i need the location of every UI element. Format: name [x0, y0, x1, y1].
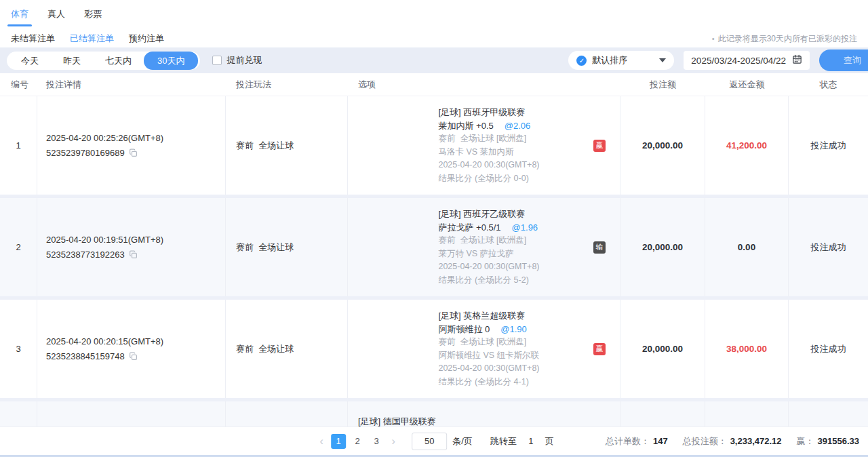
total-win: 赢： 391556.33: [797, 435, 859, 448]
odds-value: @1.96: [512, 221, 538, 235]
league-name: [足球] 德国甲级联赛: [358, 415, 436, 426]
per-page-label: 条/页: [452, 435, 473, 448]
bet-type-cell: [226, 401, 348, 426]
filter-right-cluster: ✓ 默认排序 2025/03/24-2025/04/22 查询: [568, 49, 868, 71]
page-button-2[interactable]: 2: [350, 434, 365, 449]
option-lines: [足球] 德国甲级联赛: [358, 415, 436, 426]
option-cell: [足球] 西班牙乙级联赛 萨拉戈萨 +0.5/1 @1.96 赛前 全场让球 […: [348, 198, 620, 296]
bet-id-line: 5235238773192263: [46, 250, 225, 260]
row-number-cell: 3: [0, 300, 37, 398]
header-bet-detail: 投注详情: [37, 79, 226, 91]
match-time: 2025-04-20 00:30(GMT+8): [438, 159, 539, 172]
sort-dropdown[interactable]: ✓ 默认排序: [568, 51, 674, 70]
page-button-3[interactable]: 3: [369, 434, 384, 449]
page-size-input[interactable]: [412, 433, 447, 450]
copy-icon[interactable]: [129, 148, 138, 157]
row-number: 3: [16, 344, 20, 354]
total-count-label: 总计单数：: [606, 435, 650, 448]
bet-type: 赛前 全场让球: [236, 241, 347, 254]
date-range-picker[interactable]: 2025/03/24-2025/04/22: [684, 51, 810, 70]
records-note: • 此记录将显示30天内所有已派彩的投注: [712, 33, 859, 45]
selection: 阿斯顿维拉 0: [438, 323, 490, 336]
option-cell: [足球] 西班牙甲级联赛 莱加内斯 +0.5 @2.06 赛前 全场让球 [欧洲…: [348, 96, 620, 195]
sort-selected-label: 默认排序: [592, 54, 627, 66]
page-button-1[interactable]: 1: [331, 434, 346, 449]
match-time: 2025-04-20 00:30(GMT+8): [438, 260, 539, 274]
range-yesterday[interactable]: 昨天: [51, 52, 93, 70]
prev-page-icon[interactable]: ‹: [314, 435, 329, 448]
table-row: [足球] 德国甲级联赛: [0, 401, 868, 426]
tab-settled-bets[interactable]: 已结算注单: [70, 33, 114, 45]
total-count: 总计单数： 147: [606, 435, 668, 448]
row-number-cell: [0, 401, 37, 426]
league-name: [足球] 英格兰超级联赛: [438, 309, 539, 323]
bet-time: 2025-04-20 00:19:51(GMT+8): [46, 235, 225, 245]
selection: 莱加内斯 +0.5: [438, 119, 493, 133]
tab-sports[interactable]: 体育: [9, 8, 30, 26]
table-row: 1 2025-04-20 00:25:26(GMT+8) 52352397801…: [0, 96, 868, 195]
date-range-quick-group: 今天 昨天 七天内 30天内: [7, 52, 200, 70]
bet-id-line: 5235238845159748: [46, 351, 225, 361]
match-time: 2025-04-20 00:30(GMT+8): [438, 362, 539, 376]
row-number-cell: 1: [0, 96, 37, 195]
bet-time: 2025-04-20 00:20:15(GMT+8): [46, 336, 225, 346]
stake-cell: [620, 401, 705, 426]
total-win-label: 赢：: [797, 435, 814, 448]
table-row: 2 2025-04-20 00:19:51(GMT+8) 52352387731…: [0, 198, 868, 296]
cashout-checkbox[interactable]: [212, 56, 222, 65]
header-option: 选项: [348, 79, 620, 91]
range-30-days[interactable]: 30天内: [144, 52, 198, 70]
payout-cell: 38,000.00: [705, 300, 789, 398]
market-mode: 赛前 全场让球 [欧洲盘]: [438, 234, 539, 247]
stake-amount: 20,000.00: [642, 242, 683, 252]
bet-detail-cell: 2025-04-20 00:25:26(GMT+8) 5235239780169…: [37, 96, 226, 195]
odds-value: @1.90: [500, 323, 527, 336]
status-cell: 投注成功: [789, 300, 868, 398]
row-number-cell: 2: [0, 198, 37, 296]
jump-to-label: 跳转至: [490, 435, 517, 448]
header-no: 编号: [0, 79, 37, 91]
option-cell: [足球] 英格兰超级联赛 阿斯顿维拉 0 @1.90 赛前 全场让球 [欧洲盘]…: [348, 300, 620, 398]
stake-cell: 20,000.00: [620, 96, 705, 195]
tab-unsettled-bets[interactable]: 未结算注单: [11, 33, 55, 45]
range-7-days[interactable]: 七天内: [93, 52, 144, 70]
result-score: 结果比分 (全场比分 0-0): [438, 172, 539, 186]
table-row: 3 2025-04-20 00:20:15(GMT+8) 52352388451…: [0, 300, 868, 398]
selection: 萨拉戈萨 +0.5/1: [438, 221, 500, 235]
bet-type: 赛前 全场让球: [236, 140, 347, 152]
option-lines: [足球] 西班牙甲级联赛 莱加内斯 +0.5 @2.06 赛前 全场让球 [欧洲…: [438, 106, 539, 185]
league-name: [足球] 西班牙乙级联赛: [438, 207, 539, 221]
total-stake-value: 3,233,472.12: [730, 436, 782, 446]
market-mode: 赛前 全场让球 [欧洲盘]: [438, 132, 539, 146]
header-status: 状态: [789, 79, 868, 91]
selection-line: 阿斯顿维拉 0 @1.90: [438, 323, 539, 336]
header-bet-type: 投注玩法: [226, 79, 348, 91]
tab-lottery[interactable]: 彩票: [83, 8, 103, 26]
odds-value: @2.06: [505, 119, 531, 133]
status-text: 投注成功: [811, 343, 846, 355]
match-teams: 马洛卡 VS 莱加内斯: [438, 146, 539, 159]
next-page-icon[interactable]: ›: [386, 435, 401, 448]
tab-reserved-bets[interactable]: 预约注单: [129, 33, 164, 45]
bet-id-line: 5235239780169689: [46, 148, 225, 158]
main-tabs: 体育 真人 彩票: [9, 0, 859, 26]
copy-icon[interactable]: [129, 352, 138, 361]
payout-cell: [705, 401, 789, 426]
tab-live[interactable]: 真人: [46, 8, 66, 26]
option-cell: [足球] 德国甲级联赛: [348, 401, 620, 426]
payout-amount: 0.00: [738, 242, 755, 252]
bet-type: 赛前 全场让球: [236, 343, 347, 355]
total-stake: 总投注额： 3,233,472.12: [683, 435, 782, 448]
top-header: 体育 真人 彩票 未结算注单 已结算注单 预约注单 • 此记录将显示30天内所有…: [0, 0, 868, 47]
jump-page-input[interactable]: [521, 433, 541, 450]
copy-icon[interactable]: [129, 250, 138, 259]
cashout-filter[interactable]: 提前兑现: [212, 54, 262, 66]
chevron-down-icon: [659, 58, 666, 62]
status-text: 投注成功: [811, 140, 846, 152]
bet-detail-cell: 2025-04-20 00:20:15(GMT+8) 5235238845159…: [37, 300, 226, 398]
range-today[interactable]: 今天: [9, 52, 51, 70]
total-win-value: 391556.33: [818, 436, 859, 446]
result-badge: 赢: [593, 140, 606, 152]
result-badge: 赢: [593, 343, 606, 355]
query-button[interactable]: 查询: [819, 49, 868, 71]
